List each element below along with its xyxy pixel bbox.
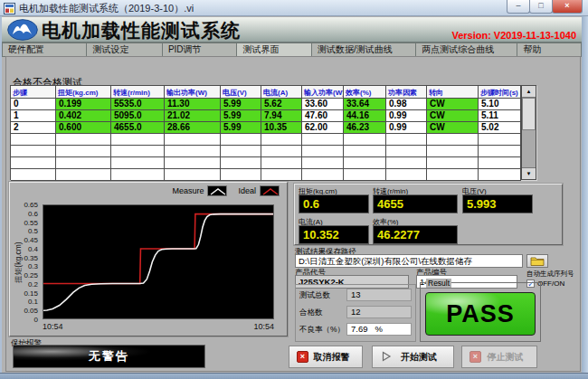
table-row[interactable]: [11, 157, 521, 169]
table-cell: [479, 169, 521, 181]
window-title: 电机加载性能测试系统（2019-3-10）.vi: [19, 0, 194, 16]
ideal-swatch[interactable]: [260, 185, 280, 196]
table-row[interactable]: 10.4025095.021.025.997.9447.6044.160.99C…: [11, 110, 521, 122]
browse-folder-button[interactable]: [526, 254, 548, 268]
table-cell: [261, 146, 302, 157]
y-tick-label: 0.6: [11, 210, 38, 218]
tab-help[interactable]: 帮助: [517, 43, 582, 57]
tab-test-setting[interactable]: 测试设定: [86, 43, 162, 57]
tab-test-interface[interactable]: 测试界面: [236, 43, 311, 57]
table-row[interactable]: [11, 134, 521, 146]
table-cell: [165, 157, 221, 169]
table-cell: CW: [427, 110, 479, 122]
app-window: 电机加载性能测试系统（2019-3-10）.vi – □ × 电机加载性能测试系…: [0, 0, 588, 379]
tab-test-data-curve[interactable]: 测试数据/测试曲线: [311, 43, 416, 57]
table-cell: 2: [11, 122, 56, 134]
table-cell: [165, 169, 221, 181]
table-header-cell: 转速(r/min): [111, 86, 165, 99]
table-header-cell: 输入功率(W): [302, 86, 344, 99]
table-cell: [386, 157, 427, 169]
table-cell: 5095.0: [111, 110, 165, 122]
table-cell: 44.16: [344, 110, 386, 122]
table-cell: [221, 134, 261, 146]
tab-bar: 硬件配置测试设定PID调节测试界面测试数据/测试曲线两点测试综合曲线帮助: [2, 43, 582, 57]
stop-x-icon: ×: [469, 351, 481, 363]
table-cell: 5.10: [479, 99, 521, 110]
table-cell: [111, 134, 165, 146]
table-header-cell: 转向: [427, 86, 479, 99]
app-icon: [4, 2, 15, 14]
stop-test-label: 停止测试: [481, 351, 536, 364]
table-cell: 5535.0: [111, 99, 165, 110]
titlebar[interactable]: 电机加载性能测试系统（2019-3-10）.vi – □ ×: [0, 0, 588, 16]
x-axis-start-label: 10:54: [43, 322, 63, 331]
table-header-cell: 效率(%): [344, 86, 386, 99]
table-header-cell: 扭矩(kg.cm): [56, 86, 111, 99]
y-tick-label: 0.35: [11, 254, 38, 262]
pass-count-label: 合格数: [299, 308, 323, 318]
efficiency-display: 46.2277: [373, 225, 458, 244]
save-path-input[interactable]: D:\日清五金塑胶(深圳)有限公司\在线数据储存: [295, 254, 523, 268]
table-cell: CW: [427, 99, 479, 110]
table-cell: [344, 169, 386, 181]
table-cell: [11, 157, 56, 169]
table-cell: [221, 146, 261, 157]
cancel-alarm-button[interactable]: × 取消报警: [289, 346, 363, 368]
table-cell: 46.23: [344, 122, 386, 134]
measure-swatch[interactable]: [207, 185, 227, 196]
table-cell: [11, 134, 56, 146]
tab-two-point-curve[interactable]: 两点测试综合曲线: [415, 43, 517, 57]
table-cell: [302, 134, 344, 146]
tab-pid-tuning[interactable]: PID调节: [162, 43, 237, 57]
table-cell: [261, 157, 302, 169]
scroll-down-icon[interactable]: ▼: [522, 167, 536, 179]
scrollbar-thumb[interactable]: [522, 98, 536, 130]
total-tests-label: 测试总数: [299, 290, 330, 301]
y-tick-label: 0.3: [11, 262, 38, 270]
y-axis: 00.050.10.150.20.250.30.350.40.450.50.55…: [10, 183, 41, 327]
table-scrollbar[interactable]: ▲ ▼: [521, 86, 536, 179]
table-header-cell: 步骤时间(s): [479, 86, 521, 99]
version-label: Version: V2019-11-13-1040: [451, 30, 576, 41]
table-header-cell: 电流(A): [261, 86, 302, 99]
close-button[interactable]: ×: [552, 0, 583, 14]
tab-hardware-config[interactable]: 硬件配置: [2, 43, 87, 57]
table-cell: 0.402: [56, 110, 111, 122]
table-cell: 28.66: [165, 122, 221, 134]
minimize-button[interactable]: –: [507, 0, 530, 14]
cancel-alarm-label: 取消报警: [308, 351, 362, 364]
table-cell: [221, 169, 261, 181]
table-cell: [344, 134, 386, 146]
maximize-button[interactable]: □: [529, 0, 553, 14]
window-frame-left: [0, 16, 2, 379]
y-tick-label: 0: [11, 316, 38, 324]
table-row[interactable]: 20.6004655.028.665.9910.3562.0046.230.99…: [11, 122, 521, 134]
window-frame-right: [582, 16, 588, 379]
table-cell: [221, 157, 261, 169]
table-row[interactable]: 00.1995535.011.305.995.6233.6033.640.98C…: [11, 99, 521, 110]
table-cell: [56, 134, 111, 146]
start-test-button[interactable]: 开始测试: [372, 346, 454, 368]
speed-display: 4655: [373, 194, 458, 213]
table-cell: [56, 157, 111, 169]
table-header-cell: 输出功率(W): [165, 86, 221, 99]
table-row[interactable]: [11, 169, 521, 181]
stop-test-button[interactable]: × 停止测试: [461, 346, 537, 368]
plot-area[interactable]: [43, 204, 274, 319]
table-cell: 47.60: [302, 110, 344, 122]
table-cell: [344, 157, 386, 169]
series-ideal-line: [43, 214, 273, 284]
table-header-cell: 电压(V): [221, 86, 261, 99]
table-cell: [427, 169, 479, 181]
torque-plot: [43, 205, 273, 318]
scroll-up-icon[interactable]: ▲: [522, 86, 536, 98]
result-indicator: PASS: [425, 292, 536, 336]
table-cell: [261, 169, 302, 181]
table-cell: [56, 146, 111, 157]
table-cell: [479, 157, 521, 169]
table-cell: [56, 169, 111, 181]
table-row[interactable]: [11, 146, 521, 157]
table-cell: [427, 134, 479, 146]
folder-icon: [530, 253, 545, 270]
table-cell: 5.99: [221, 110, 261, 122]
